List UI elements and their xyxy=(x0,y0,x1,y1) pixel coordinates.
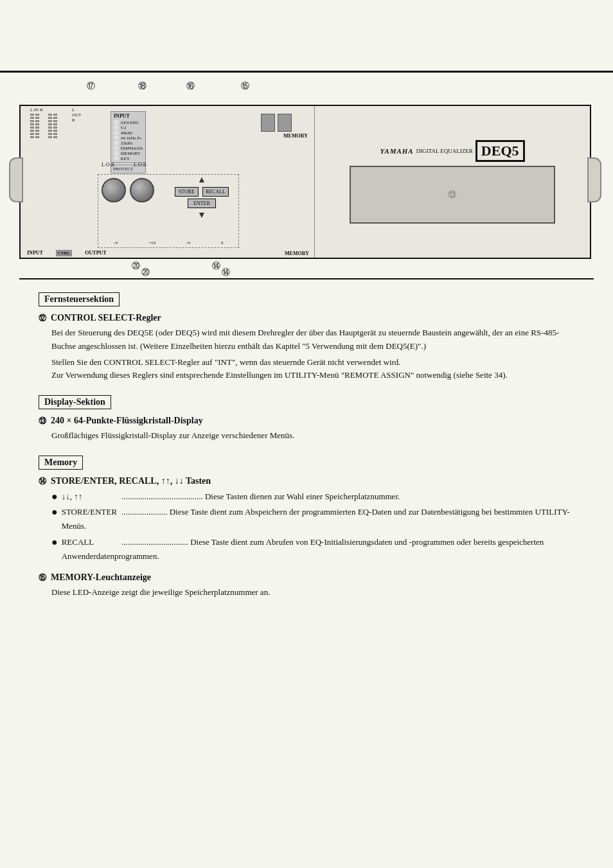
recall-button[interactable]: RECALL xyxy=(202,187,229,197)
item-num-15: ⑮ xyxy=(39,573,46,582)
neg-inf2-label: -∞ xyxy=(186,240,190,245)
io-labels: INPUT CTRL OUTPUT xyxy=(27,250,107,256)
store-enter-item: ⑭ STORE/ENTER, RECALL, ↑↑, ↓↓ Tasten ● ↓… xyxy=(39,476,581,563)
lcd-display-label: 240 × 64-Punkte-Flüssigkristall-Display xyxy=(51,416,203,425)
device-left-panel: L IN R L OUT R xyxy=(21,106,315,258)
memory-led-body: Diese LED-Anzeige zeigt die jeweilige Sp… xyxy=(51,586,581,599)
bullet-dot-3: ● xyxy=(51,535,58,563)
led-meters: L IN R L OUT R xyxy=(30,114,57,138)
bullet-recall: ● RECALL ...............................… xyxy=(51,535,581,563)
key-option: ⬜ KEY xyxy=(114,156,143,161)
control-select-label: CONTROL SELECT-Regler xyxy=(51,313,161,323)
arrows-text: Diese Tasten dienen zur Wahl einer Speic… xyxy=(205,492,400,501)
fs32-option: ⬜ 32kHz xyxy=(114,141,143,146)
knob-1 xyxy=(102,178,126,202)
store-enter-title: ⑭ STORE/ENTER, RECALL, ↑↑, ↓↓ Tasten xyxy=(39,476,581,487)
display-section: Display-Sektion ⑬ 240 × 64-Punkte-Flüssi… xyxy=(39,395,581,443)
device-right-panel: YAMAHA DIGITAL EQUALIZER DEQ5 ⑬ xyxy=(315,106,590,258)
store-dots: ...................... xyxy=(121,507,168,517)
memory-led-item: ⑮ MEMORY-Leuchtanzeige Diese LED-Anzeige… xyxy=(39,572,581,599)
arrows-dots: ....................................... xyxy=(121,492,203,501)
bullet-store-content: STORE/ENTER ...................... Diese… xyxy=(62,505,581,533)
marker-18: ⑱ xyxy=(138,80,147,92)
page: ⑰ ⑱ ⑯ ⑮ ⑲ ⑳ ⑭ L IN R L OUT R xyxy=(0,71,613,868)
control-select-item: ⑫ CONTROL SELECT-Regler Bei der Steuerun… xyxy=(39,313,581,382)
lcd-display-body: Großflächiges Flüssigkristall-Display zu… xyxy=(51,429,581,443)
bullet-recall-content: RECALL ................................ … xyxy=(62,535,581,563)
marker-15: ⑮ xyxy=(241,80,249,92)
content-area: Fernsteuersektion ⑫ CONTROL SELECT-Regle… xyxy=(0,279,613,625)
item-num-14: ⑭ xyxy=(39,477,46,486)
recall-label: RECALL xyxy=(62,535,120,549)
bullet-dot-1: ● xyxy=(51,490,58,504)
bullet-store-enter: ● STORE/ENTER ...................... Die… xyxy=(51,505,581,533)
right-tab xyxy=(587,157,601,202)
diagram-area: ⑰ ⑱ ⑯ ⑮ ⑲ ⑳ ⑭ L IN R L OUT R xyxy=(0,73,613,278)
up-arrow: ▲ xyxy=(197,175,206,185)
digital-eq-label: DIGITAL EQUALIZER xyxy=(416,148,473,154)
marker-20-bottom: ⑳ xyxy=(141,267,150,278)
arrows-label: ↓↓, ↑↑ xyxy=(62,490,120,504)
store-enter-label: STORE/ENTER, RECALL, ↑↑, ↓↓ Tasten xyxy=(51,476,211,486)
enter-button[interactable]: ENTER xyxy=(188,199,216,208)
yamaha-brand: YAMAHA xyxy=(380,147,413,155)
small-displays xyxy=(261,114,292,132)
fs48-option: ⬜ 48kHz xyxy=(114,130,143,136)
marker-20: ⑳ xyxy=(132,260,140,272)
emphasis-option: ⬜ EMPHASIS xyxy=(114,146,143,151)
bullet-arrows: ● ↓↓, ↑↑ ...............................… xyxy=(51,490,581,504)
control-select-body1: Bei der Steuerung des DEQ5E (oder DEQ5) … xyxy=(51,326,581,353)
memory-option: ⬜ MEMORY xyxy=(114,151,143,156)
lor-label-2: L·O·R xyxy=(134,162,147,168)
item-num-12: ⑫ xyxy=(39,314,46,323)
output-bottom-label: OUTPUT xyxy=(85,250,106,256)
ctrl-label: CTRL xyxy=(56,250,72,256)
control-select-body3: Zur Verwendung dieses Reglers sind entsp… xyxy=(51,369,581,382)
led-group-2 xyxy=(48,114,57,138)
knobs xyxy=(102,178,154,202)
input-bottom-label: INPUT xyxy=(27,250,43,256)
memory-header: Memory xyxy=(39,456,83,470)
fernsteuersektion-header: Fernsteuersektion xyxy=(39,292,120,306)
memory-bottom-label: MEMORY xyxy=(285,251,309,256)
store-recall-row: STORE RECALL xyxy=(175,187,229,197)
display-header: Display-Sektion xyxy=(39,395,111,409)
led-group-1 xyxy=(30,114,39,138)
store-recall-enter: ▲ STORE RECALL ENTER ▼ xyxy=(175,175,229,220)
neg-inf-label: -∞ xyxy=(114,240,118,245)
lor-label-1: L·O·R xyxy=(102,162,114,168)
memory-section: Memory ⑭ STORE/ENTER, RECALL, ↑↑, ↓↓ Tas… xyxy=(39,456,581,599)
brand-row: YAMAHA DIGITAL EQUALIZER DEQ5 xyxy=(380,140,524,162)
recall-dots: ................................ xyxy=(121,537,188,547)
knob-2 xyxy=(130,178,154,202)
control-select-body2: Stellen Sie den CONTROL SELECT-Regler au… xyxy=(51,356,581,369)
marker-16: ⑯ xyxy=(186,80,195,92)
fernsteuersektion-section: Fernsteuersektion ⑫ CONTROL SELECT-Regle… xyxy=(39,292,581,382)
dashed-box: L·O·R L·O·R ▲ STORE RECALL xyxy=(98,174,239,248)
down-arrow: ▼ xyxy=(197,210,206,220)
marker-17: ⑰ xyxy=(87,80,95,92)
lcd-display: ⑬ xyxy=(350,166,555,224)
memory-led-title: ⑮ MEMORY-Leuchtanzeige xyxy=(39,572,581,583)
input-label: INPUT xyxy=(114,113,143,119)
scale-labels: -∞ +10 -∞ 0 xyxy=(98,240,238,245)
memory-led-label: MEMORY-Leuchtanzeige xyxy=(51,572,151,582)
lcd-display-item: ⑬ 240 × 64-Punkte-Flüssigkristall-Displa… xyxy=(39,416,581,443)
bullet-arrows-content: ↓↓, ↑↑ .................................… xyxy=(62,490,581,504)
store-label: STORE/ENTER xyxy=(62,505,120,519)
lcd-display-title: ⑬ 240 × 64-Punkte-Flüssigkristall-Displa… xyxy=(39,416,581,427)
marker-14-bottom: ⑭ xyxy=(222,267,230,278)
deq-logo: DEQ5 xyxy=(475,140,525,162)
item-num-13: ⑬ xyxy=(39,416,46,425)
store-button[interactable]: STORE xyxy=(175,187,199,197)
marker-14: ⑭ xyxy=(212,260,220,272)
bullet-dot-2: ● xyxy=(51,505,58,533)
lcd-num-marker: ⑬ xyxy=(448,189,456,200)
memory-top-label: MEMORY xyxy=(283,133,308,139)
device-illustration: L IN R L OUT R xyxy=(19,105,591,259)
v2-option: ⬜ V2 xyxy=(114,125,143,130)
aes-ebu-option: ⬜ AES/EBU xyxy=(114,120,143,125)
control-select-title: ⑫ CONTROL SELECT-Regler xyxy=(39,313,581,324)
plus10-label: +10 xyxy=(148,240,155,245)
zero-label: 0 xyxy=(221,240,224,245)
